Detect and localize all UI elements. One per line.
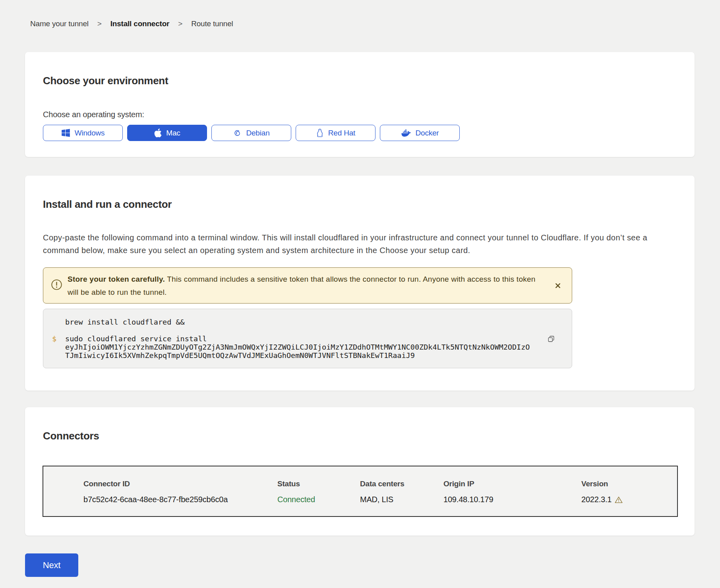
data-centers-value: MAD, LIS bbox=[360, 495, 393, 504]
connectors-title: Connectors bbox=[43, 430, 99, 442]
apple-icon bbox=[154, 128, 162, 137]
breadcrumb-name-your-tunnel[interactable]: Name your tunnel bbox=[30, 19, 89, 28]
origin-ip-value: 109.48.10.179 bbox=[443, 495, 493, 504]
connector-id-value: b7c52c42-6caa-48ee-8c77-fbe259cb6c0a bbox=[83, 495, 228, 504]
status-value: Connected bbox=[277, 495, 315, 504]
tunnel-token: eyJhIjoiOWM1YjczYzhmZGNmZDUyOTg2ZjA3NmJm… bbox=[65, 343, 532, 360]
warning-triangle-icon bbox=[615, 496, 623, 503]
os-button-label: Docker bbox=[416, 129, 439, 137]
breadcrumb-install-connector[interactable]: Install connector bbox=[110, 19, 170, 28]
debian-icon bbox=[233, 129, 242, 137]
code-line-brew: brew install cloudflared && bbox=[65, 318, 544, 326]
os-button-docker[interactable]: Docker bbox=[380, 125, 460, 141]
breadcrumb-route-tunnel[interactable]: Route tunnel bbox=[191, 19, 233, 28]
token-warning-alert: Store your token carefully. This command… bbox=[43, 267, 572, 304]
version-value: 2022.3.1 bbox=[581, 495, 623, 504]
os-button-label: Red Hat bbox=[328, 129, 355, 137]
choose-environment-title: Choose your environment bbox=[43, 75, 168, 87]
alert-circle-icon bbox=[51, 279, 62, 292]
choose-environment-card: Choose your environment Choose an operat… bbox=[25, 52, 695, 157]
connectors-table: Connector ID Status Data centers Origin … bbox=[43, 466, 678, 517]
breadcrumb: Name your tunnel > Install connector > R… bbox=[30, 19, 233, 28]
page: Name your tunnel > Install connector > R… bbox=[0, 0, 720, 588]
close-icon[interactable] bbox=[555, 283, 561, 288]
install-connector-title: Install and run a connector bbox=[43, 198, 172, 211]
os-button-debian[interactable]: Debian bbox=[211, 125, 291, 141]
os-button-label: Mac bbox=[166, 129, 180, 137]
header-connector-id: Connector ID bbox=[83, 480, 130, 488]
alert-text: Store your token carefully. This command… bbox=[68, 273, 540, 299]
os-label: Choose an operating system: bbox=[43, 110, 144, 119]
copy-icon[interactable] bbox=[548, 335, 555, 342]
docker-whale-icon bbox=[401, 129, 411, 137]
install-connector-card: Install and run a connector Copy-paste t… bbox=[25, 176, 695, 391]
connectors-card: Connectors Connector ID Status Data cent… bbox=[25, 407, 695, 536]
os-button-row: Windows Mac Debian Red Hat bbox=[43, 125, 460, 141]
os-button-red-hat[interactable]: Red Hat bbox=[296, 125, 375, 141]
shell-prompt: $ bbox=[52, 335, 56, 343]
os-button-label: Debian bbox=[246, 129, 269, 137]
breadcrumb-separator: > bbox=[97, 19, 102, 28]
header-data-centers: Data centers bbox=[360, 480, 405, 488]
header-status: Status bbox=[277, 480, 300, 488]
os-button-windows[interactable]: Windows bbox=[43, 125, 123, 141]
breadcrumb-separator: > bbox=[178, 19, 182, 28]
header-origin-ip: Origin IP bbox=[443, 480, 474, 488]
windows-icon bbox=[61, 128, 70, 137]
code-line-sudo: sudo cloudflared service install bbox=[65, 335, 544, 343]
os-button-label: Windows bbox=[75, 129, 105, 137]
next-button[interactable]: Next bbox=[25, 553, 78, 577]
version-number: 2022.3.1 bbox=[581, 495, 612, 504]
install-command-code-block: $ brew install cloudflared && sudo cloud… bbox=[43, 309, 572, 368]
linux-penguin-icon bbox=[316, 128, 324, 137]
alert-title: Store your token carefully. bbox=[68, 275, 165, 283]
install-description: Copy-paste the following command into a … bbox=[43, 231, 679, 257]
os-button-mac[interactable]: Mac bbox=[127, 125, 207, 141]
header-version: Version bbox=[581, 480, 608, 488]
